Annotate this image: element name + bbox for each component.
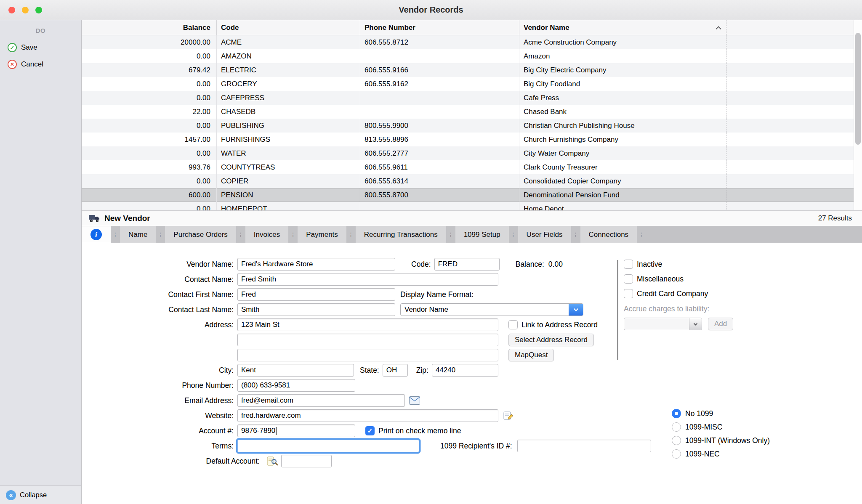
tab-payments[interactable]: Payments (298, 226, 346, 243)
table-row[interactable]: 0.00 PUBLISHING 800.555.9900 Christian C… (82, 119, 862, 133)
miscellaneous-checkbox[interactable]: Miscellaneous (624, 273, 708, 285)
cell-phone: 813.555.8896 (360, 133, 519, 146)
radio-1099-nec[interactable]: 1099-NEC (672, 448, 770, 459)
tab-1099-setup[interactable]: 1099 Setup (455, 226, 509, 243)
chevron-down-icon (573, 308, 579, 311)
column-header-balance[interactable]: Balance (82, 20, 217, 35)
link-address-record-checkbox[interactable]: Link to Address Record (508, 320, 598, 329)
dropdown-button[interactable] (689, 318, 702, 330)
tab-invoices[interactable]: Invoices (245, 226, 288, 243)
default-account-input[interactable] (281, 455, 332, 467)
contact-last-name-row: Contact Last Name: Vendor Name (82, 303, 651, 316)
mapquest-button[interactable]: MapQuest (508, 349, 554, 361)
phone-number-input[interactable] (237, 379, 355, 392)
cell-balance: 0.00 (82, 119, 217, 133)
sidebar: DO ✓ Save ✕ Cancel « Collapse (0, 20, 82, 504)
website-input[interactable] (237, 409, 498, 422)
print-memo-label: Print on check memo line (378, 427, 461, 435)
tab-connections[interactable]: Connections (580, 226, 637, 243)
radio-1099-int[interactable]: 1099-INT (Windows Only) (672, 435, 770, 446)
address-line3-input[interactable] (237, 349, 498, 361)
cell-vendor-name: Cafe Press (519, 91, 726, 105)
window-content: DO ✓ Save ✕ Cancel « Collapse Balance Co… (0, 20, 862, 504)
cell-filler (726, 35, 862, 49)
tab-recurring-transactions[interactable]: Recurring Transactions (356, 226, 446, 243)
tab-info[interactable]: i (82, 226, 111, 243)
cell-balance: 1457.00 (82, 133, 217, 146)
address-line1-input[interactable] (237, 318, 498, 331)
minimize-window-button[interactable] (22, 7, 29, 13)
column-header-phone-number[interactable]: Phone Number (360, 20, 519, 35)
table-row[interactable]: 20000.00 ACME 606.555.8712 Acme Construc… (82, 35, 862, 49)
table-row[interactable]: 0.00 GROCERY 606.555.9162 Big City Foodl… (82, 77, 862, 91)
tab-separator-dots-icon: ⋮ (236, 226, 245, 243)
cell-filler (726, 119, 862, 133)
zoom-window-button[interactable] (35, 7, 42, 13)
cell-phone: 606.555.8712 (360, 35, 519, 49)
table-row[interactable]: 1457.00 FURNISHINGS 813.555.8896 Church … (82, 133, 862, 146)
website-label: Website: (82, 411, 237, 420)
radio-1099-misc[interactable]: 1099-MISC (672, 422, 770, 432)
terms-label: Terms: (82, 442, 237, 451)
table-row[interactable]: 0.00 WATER 606.555.2777 City Water Compa… (82, 146, 862, 160)
email-icon[interactable] (409, 396, 420, 405)
credit-card-company-checkbox[interactable]: Credit Card Company (624, 287, 708, 300)
inactive-label: Inactive (637, 260, 662, 269)
recipient-id-input[interactable] (517, 440, 651, 452)
tab-name[interactable]: Name (120, 226, 156, 243)
contact-name-input[interactable] (237, 273, 498, 286)
vendor-name-input[interactable] (237, 258, 395, 271)
account-lookup-icon[interactable] (267, 456, 278, 466)
save-button[interactable]: ✓ Save (0, 39, 81, 56)
contact-first-name-input[interactable] (237, 288, 395, 301)
cancel-button-label: Cancel (21, 60, 43, 69)
display-name-format-dropdown[interactable]: Vendor Name (400, 303, 583, 316)
website-icon[interactable] (503, 411, 513, 420)
table-row[interactable]: 0.00 AMAZON Amazon (82, 49, 862, 63)
radio-no-1099[interactable]: No 1099 (672, 408, 770, 419)
tab-separator-dots-icon: ⋮ (156, 226, 165, 243)
account-number-field[interactable]: 9876-7890 (237, 424, 355, 437)
column-header-vendor-name[interactable]: Vendor Name (519, 20, 726, 35)
cancel-button[interactable]: ✕ Cancel (0, 56, 81, 73)
chevron-down-icon (693, 323, 698, 326)
cell-phone (360, 202, 519, 210)
cell-filler (726, 63, 862, 77)
inactive-checkbox[interactable]: Inactive (624, 258, 708, 271)
scrollbar-thumb[interactable] (855, 33, 861, 145)
table-row[interactable]: 0.00 HOMEDEPOT Home Depot (82, 202, 862, 210)
terms-input[interactable] (237, 440, 419, 452)
zip-input[interactable] (432, 364, 498, 377)
sort-ascending-icon (715, 26, 722, 30)
record-bar: New Vendor 27 Results (82, 210, 862, 226)
table-scrollbar[interactable] (854, 20, 862, 210)
table-row[interactable]: 993.76 COUNTYTREAS 606.555.9611 Clark Co… (82, 160, 862, 174)
table-row[interactable]: 22.00 CHASEDB Chased Bank (82, 105, 862, 119)
collapse-button[interactable]: « Collapse (0, 485, 81, 504)
tab-separator-dots-icon: ⋮ (288, 226, 298, 243)
dropdown-button[interactable] (569, 304, 583, 316)
accrue-liability-dropdown[interactable] (624, 318, 702, 330)
column-header-code[interactable]: Code (217, 20, 360, 35)
add-liability-button[interactable]: Add (708, 318, 733, 330)
tab-user-fields[interactable]: User Fields (518, 226, 571, 243)
window-title: Vendor Records (0, 5, 862, 15)
contact-first-name-row: Contact First Name: Display Name Format: (82, 288, 651, 301)
contact-last-name-input[interactable] (237, 303, 395, 316)
text-caret (276, 427, 277, 435)
address-line2-input[interactable] (237, 334, 498, 346)
table-row[interactable]: 0.00 COPIER 606.555.6314 Consolidated Co… (82, 174, 862, 188)
code-input[interactable] (434, 258, 500, 271)
state-input[interactable] (383, 364, 408, 377)
email-input[interactable] (237, 394, 405, 407)
close-window-button[interactable] (8, 7, 15, 13)
select-address-record-button[interactable]: Select Address Record (508, 334, 594, 346)
table-row-selected[interactable]: 600.00 PENSION 800.555.8700 Denomination… (82, 188, 862, 202)
city-input[interactable] (237, 364, 354, 377)
column-header-filler (726, 20, 862, 35)
print-memo-checkbox[interactable]: ✓ Print on check memo line (365, 426, 461, 435)
tab-purchase-orders[interactable]: Purchase Orders (165, 226, 236, 243)
cell-vendor-name: Consolidated Copier Company (519, 174, 726, 188)
table-row[interactable]: 679.42 ELECTRIC 606.555.9166 Big City El… (82, 63, 862, 77)
table-row[interactable]: 0.00 CAFEPRESS Cafe Press (82, 91, 862, 105)
